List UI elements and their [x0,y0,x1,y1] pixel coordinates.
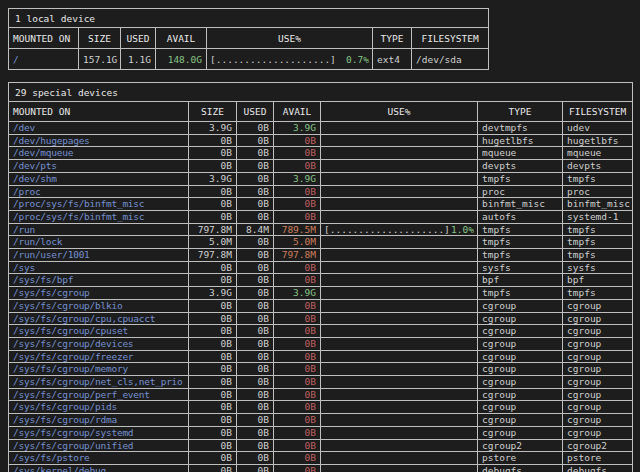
avail-value: 0B [274,464,321,472]
avail-value: 5.0M [274,236,321,249]
avail-value: 797.8M [274,249,321,262]
fs-row: /proc/sys/fs/binfmt_misc0B0B0Bbinfmt_mis… [9,198,633,211]
fs-row: /dev/hugepages0B0B0Bhugetlbfshugetlbfs [9,134,633,147]
mount-point: /sys/fs/cgroup/pids [9,401,189,414]
used-value: 0B [237,249,274,262]
mount-point: /dev/mqueue [9,147,189,160]
size-value: 0B [189,464,237,472]
fs-row: /sys0B0B0Bsysfssysfs [9,261,633,274]
fs-row: /sys/fs/pstore0B0B0Bpstorepstore [9,452,633,465]
col-header-used: USED [237,102,274,122]
type-value: debugfs [478,464,563,472]
filesystem-value: udev [563,122,633,135]
used-value: 0B [237,452,274,465]
avail-value: 3.9G [274,122,321,135]
special-table-head: 29 special devices MOUNTED ON SIZE USED … [9,83,633,122]
mount-point: /sys/fs/cgroup/cpuset [9,325,189,338]
col-header-avail: AVAIL [156,28,207,49]
type-value: pstore [478,452,563,465]
size-value: 0B [189,350,237,363]
fs-row: /sys/fs/cgroup/cpuset0B0B0Bcgroupcgroup [9,325,633,338]
filesystem-value: bpf [563,274,633,287]
used-value: 0B [237,426,274,439]
special-devices-table: 29 special devices MOUNTED ON SIZE USED … [8,82,633,472]
filesystem-value: tmpfs [563,287,633,300]
col-header-avail: AVAIL [274,102,321,122]
filesystem-value: cgroup [563,376,633,389]
fs-row: /dev3.9G0B3.9Gdevtmpfsudev [9,122,633,135]
size-value: 0B [189,363,237,376]
use-percent-cell [321,147,478,160]
filesystem-value: mqueue [563,147,633,160]
size-value: 0B [189,325,237,338]
type-value: tmpfs [478,249,563,262]
mount-point: /sys/fs/pstore [9,452,189,465]
filesystem-value: devpts [563,160,633,173]
usage-percent: 0.7% [346,54,369,65]
use-percent-cell [321,198,478,211]
avail-value: 0B [274,337,321,350]
filesystem-value: cgroup [563,350,633,363]
type-value: cgroup [478,337,563,350]
fs-row: /sys/fs/cgroup/freezer0B0B0Bcgroupcgroup [9,350,633,363]
avail-value: 0B [274,210,321,223]
used-value: 0B [237,388,274,401]
col-header-filesystem: FILESYSTEM [412,28,489,49]
filesystem-value: cgroup2 [563,439,633,452]
mount-point: /sys/fs/cgroup [9,287,189,300]
size-value: 0B [189,439,237,452]
type-value: sysfs [478,261,563,274]
size-value: 3.9G [189,172,237,185]
special-table-body: /dev3.9G0B3.9Gdevtmpfsudev/dev/hugepages… [9,122,633,472]
fs-row: /dev/shm3.9G0B3.9Gtmpfstmpfs [9,172,633,185]
size-value: 0B [189,261,237,274]
use-percent-cell [321,452,478,465]
used-value: 0B [237,198,274,211]
filesystem-value: debugfs [563,464,633,472]
type-value: binfmt_misc [478,198,563,211]
type-value: bpf [478,274,563,287]
fs-row: /run797.8M8.4M789.5M[...................… [9,223,633,236]
fs-row: /sys/kernel/debug0B0B0Bdebugfsdebugfs [9,464,633,472]
use-percent-cell [321,401,478,414]
filesystem-value: /dev/sda [412,49,489,70]
size-value: 0B [189,147,237,160]
mount-point: /sys/fs/cgroup/systemd [9,426,189,439]
size-value: 3.9G [189,287,237,300]
used-value: 0B [237,261,274,274]
special-table-title-row: 29 special devices [9,83,633,102]
special-table-title: 29 special devices [9,83,633,102]
filesystem-value: tmpfs [563,236,633,249]
used-value: 0B [237,350,274,363]
filesystem-value: binfmt_misc [563,198,633,211]
fs-row: /sys/fs/cgroup/unified0B0B0Bcgroup2cgrou… [9,439,633,452]
used-value: 0B [237,363,274,376]
fs-row: /sys/fs/cgroup/pids0B0B0Bcgroupcgroup [9,401,633,414]
use-percent-cell [321,287,478,300]
use-percent-cell: [....................]1.0% [321,223,478,236]
used-value: 8.4M [237,223,274,236]
col-header-used: USED [121,28,156,49]
fs-row: /dev/mqueue0B0B0Bmqueuemqueue [9,147,633,160]
filesystem-value: sysfs [563,261,633,274]
used-value: 0B [237,325,274,338]
type-value: cgroup [478,312,563,325]
type-value: cgroup [478,388,563,401]
type-value: autofs [478,210,563,223]
use-percent-cell [321,350,478,363]
used-value: 0B [237,376,274,389]
mount-point: /sys/fs/cgroup/cpu,cpuacct [9,312,189,325]
avail-value: 0B [274,376,321,389]
used-value: 0B [237,172,274,185]
type-value: cgroup [478,325,563,338]
used-value: 0B [237,337,274,350]
size-value: 0B [189,210,237,223]
mount-point: /dev [9,122,189,135]
avail-value: 3.9G [274,287,321,300]
size-value: 0B [189,198,237,211]
mount-point: /dev/hugepages [9,134,189,147]
mount-point: /dev/pts [9,160,189,173]
type-value: cgroup [478,350,563,363]
col-header-size: SIZE [79,28,121,49]
used-value: 0B [237,185,274,198]
